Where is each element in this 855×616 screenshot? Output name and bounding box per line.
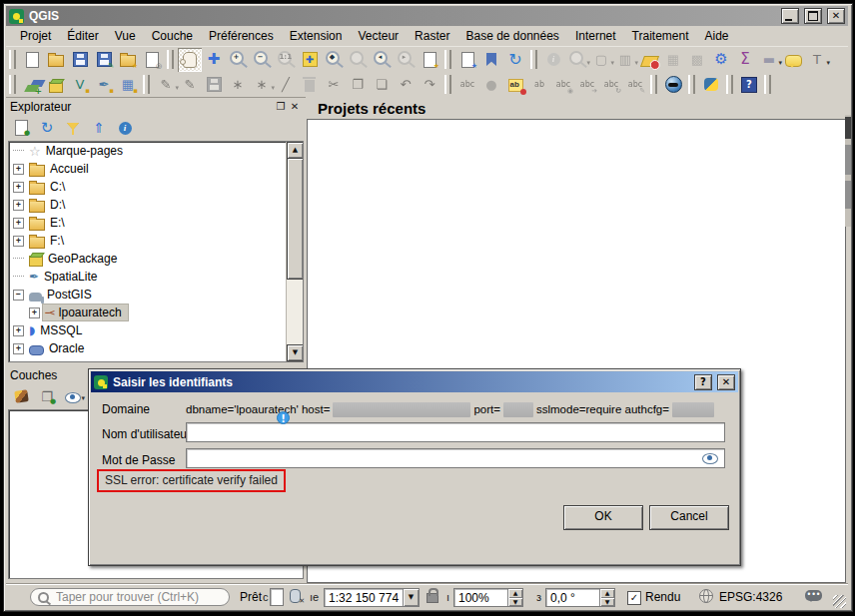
- new-shapefile-layer-icon[interactable]: V▪: [68, 73, 92, 97]
- menu-pr-f-rences[interactable]: Préférences: [201, 27, 282, 45]
- expand-icon[interactable]: +: [13, 182, 24, 193]
- menu-raster[interactable]: Raster: [407, 27, 457, 45]
- manage-map-themes-icon[interactable]: ▾: [62, 385, 84, 407]
- scroll-up-icon[interactable]: ▲: [287, 142, 304, 159]
- tree-item-oracle[interactable]: +Oracle: [9, 339, 303, 357]
- expand-icon[interactable]: +: [13, 343, 24, 354]
- toolbar-handle[interactable]: [9, 75, 16, 94]
- toolbar-handle[interactable]: [650, 75, 657, 94]
- map-tips-icon[interactable]: [781, 48, 805, 72]
- expand-icon[interactable]: +: [13, 218, 24, 229]
- spatial-bookmarks-icon[interactable]: [479, 48, 503, 72]
- new-spatialite-layer-icon[interactable]: ✒▪: [92, 73, 116, 97]
- password-input[interactable]: [186, 448, 725, 468]
- save-project-as-icon[interactable]: ✎: [92, 48, 116, 72]
- toolbar-handle[interactable]: [726, 75, 733, 94]
- scroll-thumb[interactable]: [287, 158, 304, 280]
- toolbar-handle[interactable]: [143, 75, 150, 94]
- lock-scale-icon[interactable]: [427, 586, 438, 606]
- tree-item-mssql[interactable]: +◗MSSQL: [9, 321, 303, 339]
- toolbar-handle[interactable]: [9, 50, 16, 69]
- tree-item-geopackage[interactable]: GeoPackage: [9, 250, 303, 268]
- save-project-icon[interactable]: [68, 48, 92, 72]
- minimize-button[interactable]: [781, 8, 799, 24]
- add-group-icon[interactable]: ❐●: [36, 385, 58, 407]
- tree-item-accueil[interactable]: +Accueil: [9, 160, 303, 178]
- tree-item-f[interactable]: +F:\: [9, 232, 303, 250]
- pan-map-icon[interactable]: [178, 48, 202, 72]
- cancel-button[interactable]: Cancel: [649, 505, 729, 530]
- measure-icon[interactable]: ▬▾: [757, 48, 781, 72]
- expand-icon[interactable]: +: [29, 308, 40, 318]
- dock-close-icon[interactable]: ✕: [288, 100, 302, 113]
- open-project-icon[interactable]: [44, 48, 68, 72]
- menu-couche[interactable]: Couche: [144, 27, 201, 45]
- window-edge-scrollbar[interactable]: [845, 115, 851, 227]
- zoom-full-extent-icon[interactable]: [298, 48, 322, 72]
- collapse-all-icon[interactable]: ⇑: [88, 117, 110, 139]
- pan-to-selection-icon[interactable]: ✚: [202, 48, 226, 72]
- menu-extension[interactable]: Extension: [282, 27, 351, 45]
- mouse-tracking-icon[interactable]: [290, 588, 301, 606]
- metasearch-icon[interactable]: [661, 73, 685, 97]
- new-print-layout-icon[interactable]: ★: [116, 48, 140, 72]
- maximize-button[interactable]: [804, 8, 822, 24]
- rotation-spinbox[interactable]: 0,0 ° ▲▼: [545, 588, 615, 607]
- filter-browser-icon[interactable]: [62, 117, 84, 139]
- tree-item-marque-pages[interactable]: ☆Marque-pages: [9, 142, 303, 160]
- menu-aide[interactable]: Aide: [696, 27, 736, 45]
- toolbar-handle[interactable]: [167, 50, 174, 69]
- layout-manager-icon[interactable]: ◎: [140, 48, 164, 72]
- collapse-icon[interactable]: −: [13, 290, 24, 301]
- ok-button[interactable]: OK: [563, 505, 643, 530]
- refresh-browser-icon[interactable]: ↻: [36, 117, 58, 139]
- toolbar-handle[interactable]: [444, 75, 451, 94]
- help-contents-icon[interactable]: [737, 73, 761, 97]
- zoom-down-icon[interactable]: ▼: [508, 598, 522, 607]
- menu-diter[interactable]: Éditer: [59, 27, 106, 45]
- toolbar-handle[interactable]: [764, 75, 771, 94]
- new-geopackage-layer-icon[interactable]: [44, 73, 68, 97]
- menu-projet[interactable]: Projet: [12, 27, 59, 45]
- refresh-map-icon[interactable]: ↻: [503, 48, 527, 72]
- username-input[interactable]: [186, 422, 725, 442]
- deselect-all-layers-icon[interactable]: [637, 48, 661, 72]
- toolbar-handle[interactable]: [530, 50, 537, 69]
- tree-item-e[interactable]: +E:\: [9, 214, 303, 232]
- scale-combobox[interactable]: 1:32 150 774 ▼: [324, 588, 420, 607]
- new-map-view-icon[interactable]: ★: [418, 48, 441, 72]
- dialog-close-button[interactable]: ✕: [717, 374, 735, 390]
- new-mesh-layer-icon[interactable]: ▦▪: [116, 73, 140, 97]
- tree-item-lpoauratech[interactable]: +−<lpoauratech: [9, 304, 303, 321]
- expand-icon[interactable]: +: [13, 325, 24, 336]
- tree-item-c[interactable]: +C:\: [9, 178, 303, 196]
- title-bar[interactable]: QGIS: [6, 6, 848, 26]
- dialog-help-button[interactable]: ?: [694, 374, 712, 390]
- rotation-down-icon[interactable]: ▼: [600, 598, 614, 607]
- toolbar-handle[interactable]: [444, 50, 451, 69]
- menu-base-de-donn-es[interactable]: Base de données: [457, 27, 566, 45]
- browser-properties-icon[interactable]: [114, 117, 136, 139]
- menu-traitement[interactable]: Traitement: [624, 27, 697, 45]
- text-annotation-icon[interactable]: T▾: [805, 48, 829, 72]
- add-selected-layers-icon[interactable]: ●: [10, 117, 32, 139]
- expand-icon[interactable]: +: [13, 164, 24, 175]
- close-button[interactable]: [827, 8, 845, 24]
- expand-icon[interactable]: +: [13, 200, 24, 211]
- resize-grip[interactable]: [833, 595, 846, 608]
- toolbar-handle[interactable]: [688, 75, 695, 94]
- locator-search[interactable]: [30, 588, 230, 606]
- highlight-pinned-labels-icon[interactable]: [503, 73, 527, 97]
- zoom-up-icon[interactable]: ▲: [508, 589, 522, 598]
- zoom-in-icon[interactable]: +: [226, 48, 250, 72]
- processing-toolbox-icon[interactable]: ⚙: [709, 48, 733, 72]
- dialog-title-bar[interactable]: Saisir les identifiants ? ✕: [91, 371, 738, 392]
- statistics-summary-icon[interactable]: Σ: [733, 48, 757, 72]
- zoom-out-icon[interactable]: −: [250, 48, 274, 72]
- zoom-to-selection-icon[interactable]: ◆: [322, 48, 346, 72]
- menu-internet[interactable]: Internet: [567, 27, 624, 45]
- new-3d-map-view-icon[interactable]: ★: [455, 48, 479, 72]
- tree-item-d[interactable]: +D:\: [9, 196, 303, 214]
- data-source-manager-icon[interactable]: [20, 73, 44, 97]
- rotation-up-icon[interactable]: ▲: [600, 589, 614, 598]
